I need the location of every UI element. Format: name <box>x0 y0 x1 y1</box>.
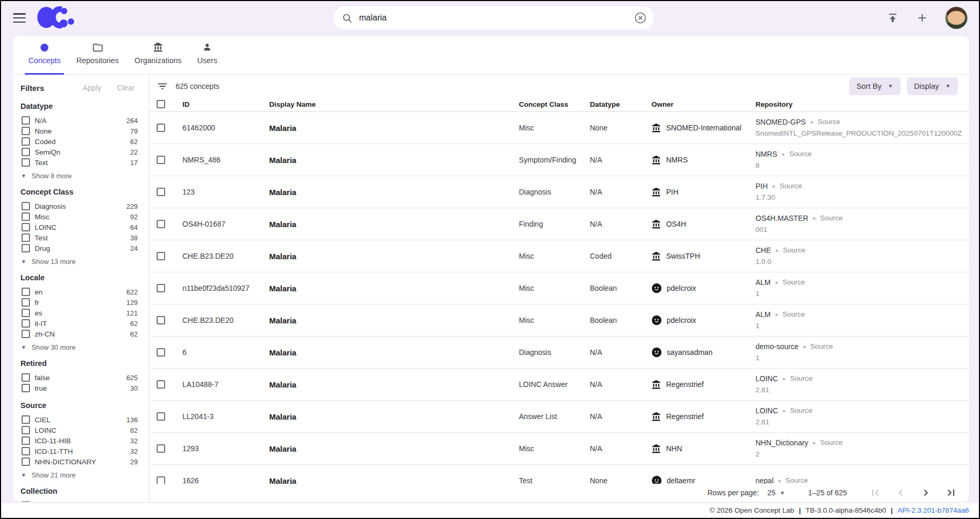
apply-filters-button[interactable]: Apply <box>83 84 101 92</box>
checkbox[interactable] <box>22 319 30 328</box>
repo-name[interactable]: demo-source <box>756 341 799 352</box>
repository-cell[interactable]: nepal ● Source <box>756 475 969 484</box>
show-more-toggle[interactable]: ▼ Show 13 more <box>21 258 76 266</box>
checkbox[interactable] <box>22 137 30 146</box>
table-row[interactable]: CHE.B23.DE20 Malaria Misc Boolean pdelcr… <box>149 304 969 337</box>
filter-option[interactable]: true 30 <box>21 383 138 393</box>
filter-option[interactable]: ICD-11-TTH 32 <box>21 446 138 456</box>
checkbox[interactable] <box>22 148 30 156</box>
repository-cell[interactable]: LOINC ● Source 2.81 <box>756 373 969 395</box>
checkbox[interactable] <box>22 373 30 382</box>
repo-name[interactable]: ALM <box>756 277 771 288</box>
upload-icon[interactable] <box>886 12 899 24</box>
rows-per-page-select[interactable]: 25▼ <box>768 489 785 497</box>
filter-option[interactable]: Coded 62 <box>21 136 138 147</box>
filter-option[interactable]: Text 17 <box>21 157 138 168</box>
concept-display-name[interactable]: Malaria <box>269 188 519 197</box>
ocl-logo[interactable] <box>37 6 75 29</box>
row-checkbox[interactable] <box>157 316 165 324</box>
last-page-button[interactable] <box>945 486 957 499</box>
checkbox[interactable] <box>22 298 30 307</box>
repository-cell[interactable]: PIH ● Source 1.7.30 <box>756 181 969 203</box>
table-row[interactable]: LL2041-3 Malaria Answer List N/A Regenst… <box>149 401 969 433</box>
repository-cell[interactable]: NHN_Dictionary ● Source 2 <box>756 437 969 460</box>
table-row[interactable]: 6 Malaria Diagnosis N/A sayansadman demo… <box>149 337 969 369</box>
filter-option[interactable]: SemiQn 22 <box>21 147 138 157</box>
repo-name[interactable]: PIH <box>756 181 768 191</box>
concept-display-name[interactable]: Malaria <box>269 124 519 133</box>
table-row[interactable]: NMRS_486 Malaria Symptom/Finding N/A NMR… <box>149 144 969 176</box>
tab-repositories[interactable]: Repositories <box>68 36 127 74</box>
filter-option[interactable]: NHN-DICTIONARY 29 <box>21 456 138 467</box>
checkbox[interactable] <box>22 223 30 231</box>
filter-option[interactable]: es 121 <box>21 308 138 318</box>
concept-display-name[interactable]: Malaria <box>269 284 519 293</box>
checkbox[interactable] <box>22 415 30 424</box>
repo-name[interactable]: OS4H.MASTER <box>756 213 808 223</box>
filter-option[interactable]: LOINC 64 <box>21 222 138 232</box>
sort-by-button[interactable]: Sort By▼ <box>849 77 900 95</box>
table-row[interactable]: 1626 Malaria Test None deltaemr nepal ● … <box>149 465 969 484</box>
repository-cell[interactable]: ALM ● Source 1 <box>756 277 969 299</box>
checkbox[interactable] <box>22 212 30 221</box>
repository-cell[interactable]: demo-source ● Source 1 <box>756 341 969 363</box>
owner-cell[interactable]: SNOMED-International <box>651 123 756 133</box>
api-version-link[interactable]: API-2.3.201-b7874aa6 <box>897 506 969 514</box>
repository-cell[interactable]: SNOMED-GPS ● Source SnomedINTL_GPSReleas… <box>756 117 969 139</box>
search-input[interactable] <box>359 13 634 23</box>
concept-display-name[interactable]: Malaria <box>269 348 519 357</box>
checkbox[interactable] <box>22 501 30 502</box>
repo-name[interactable]: ALM <box>756 309 771 320</box>
filter-option[interactable]: CIEL 136 <box>21 414 138 425</box>
repository-cell[interactable]: NMRS ● Source 8 <box>756 149 969 171</box>
table-row[interactable]: 123 Malaria Diagnosis N/A PIH PIH ● Sour… <box>149 176 969 208</box>
row-checkbox[interactable] <box>157 124 165 132</box>
owner-cell[interactable]: PIH <box>651 187 756 197</box>
table-row[interactable]: n11be0f23da510927 Malaria Misc Boolean p… <box>149 272 969 304</box>
owner-cell[interactable]: Regenstrief <box>651 412 756 422</box>
tab-concepts[interactable]: Concepts <box>21 36 68 74</box>
tab-organizations[interactable]: Organizations <box>127 36 189 74</box>
checkbox[interactable] <box>22 288 30 296</box>
filter-option[interactable]: en 622 <box>21 287 138 297</box>
concept-display-name[interactable]: Malaria <box>269 156 519 165</box>
filter-option[interactable]: fr 129 <box>21 297 138 308</box>
repo-name[interactable]: NHN_Dictionary <box>756 437 808 448</box>
row-checkbox[interactable] <box>157 444 165 453</box>
row-checkbox[interactable] <box>157 412 165 421</box>
table-row[interactable]: LA10488-7 Malaria LOINC Answer N/A Regen… <box>149 369 969 401</box>
checkbox[interactable] <box>22 309 30 317</box>
clear-search-icon[interactable] <box>634 12 647 24</box>
concept-display-name[interactable]: Malaria <box>269 316 519 325</box>
checkbox[interactable] <box>22 244 30 252</box>
row-checkbox[interactable] <box>157 188 165 196</box>
row-checkbox[interactable] <box>157 476 165 484</box>
repo-name[interactable]: CHE <box>756 245 771 256</box>
owner-cell[interactable]: sayansadman <box>651 347 756 358</box>
checkbox[interactable] <box>22 436 30 445</box>
owner-cell[interactable]: SwissTPH <box>651 251 756 261</box>
concept-display-name[interactable]: Malaria <box>269 412 519 421</box>
concept-display-name[interactable]: Malaria <box>269 220 519 229</box>
show-more-toggle[interactable]: ▼ Show 8 more <box>21 172 72 180</box>
previous-page-button[interactable] <box>894 486 907 499</box>
checkbox[interactable] <box>22 426 30 434</box>
filter-option[interactable]: DIABETES 17 <box>21 500 138 502</box>
checkbox[interactable] <box>22 384 30 392</box>
table-row[interactable]: OS4H-01687 Malaria Finding N/A OS4H OS4H… <box>149 208 969 240</box>
checkbox[interactable] <box>22 127 30 135</box>
filter-option[interactable]: None 79 <box>21 126 138 136</box>
repository-cell[interactable]: ALM ● Source 1 <box>756 309 969 331</box>
owner-cell[interactable]: pdelcroix <box>651 315 756 325</box>
show-more-toggle[interactable]: ▼ Show 30 more <box>21 343 76 351</box>
filter-option[interactable]: Test 38 <box>21 232 138 243</box>
concept-display-name[interactable]: Malaria <box>269 252 519 261</box>
display-button[interactable]: Display▼ <box>907 77 958 95</box>
checkbox[interactable] <box>22 457 30 466</box>
filter-option[interactable]: Drug 24 <box>21 243 138 253</box>
table-row[interactable]: 61462000 Malaria Misc None SNOMED-Intern… <box>149 112 969 144</box>
concept-display-name[interactable]: Malaria <box>269 444 519 453</box>
select-all-checkbox[interactable] <box>157 100 165 108</box>
row-checkbox[interactable] <box>157 348 165 357</box>
row-checkbox[interactable] <box>157 380 165 389</box>
